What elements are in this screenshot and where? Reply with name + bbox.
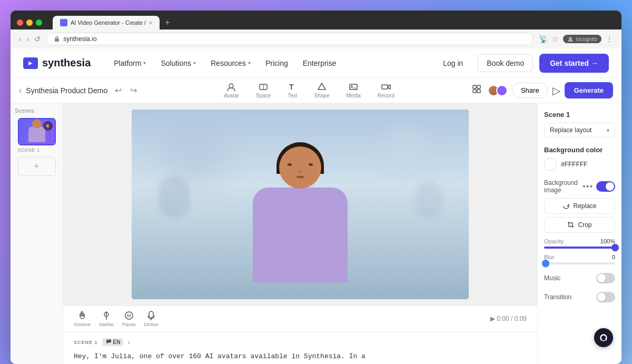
generate-btn[interactable]: Generate	[565, 82, 613, 99]
music-toggle[interactable]	[596, 273, 615, 283]
more-options-icon[interactable]: ⋮	[606, 35, 613, 43]
tab-favicon	[60, 19, 67, 26]
tab-close-btn[interactable]: ×	[149, 19, 152, 26]
scenes-header: Scenes	[11, 107, 63, 114]
url-bar[interactable]: synthesia.io	[46, 33, 534, 45]
layout-icon[interactable]	[470, 82, 483, 99]
editor-toolbar: ‹ Synthesia Product Demo ↩ ↪ Avatar	[11, 78, 621, 103]
maximize-window-btn[interactable]	[36, 19, 42, 26]
bg-blur-circle-2	[384, 125, 427, 168]
bg-image-label: Background image	[544, 179, 582, 194]
nav-actions: Log in Book demo Get started →	[434, 54, 609, 73]
new-tab-btn[interactable]: +	[162, 18, 173, 27]
mouth	[297, 176, 304, 178]
color-swatch[interactable]	[544, 158, 557, 171]
gesture-tool[interactable]: Gesture	[74, 310, 91, 327]
marker-tool[interactable]: Marker	[99, 310, 114, 327]
bg-image-actions: Replace Crop	[544, 198, 615, 233]
svg-rect-10	[473, 85, 476, 88]
share-btn[interactable]: Share	[512, 83, 548, 98]
editor-main: Scenes 🔇	[11, 103, 621, 364]
close-window-btn[interactable]	[17, 19, 23, 26]
tool-media[interactable]: Media	[342, 80, 364, 101]
tool-text[interactable]: T Text	[283, 80, 301, 101]
bookmark-icon[interactable]: ☆	[552, 35, 559, 43]
space-icon	[259, 82, 268, 92]
mute-icon[interactable]: 🔇	[43, 121, 53, 131]
scene-1-thumb-wrapper[interactable]: 🔇 SCENE 1	[18, 118, 56, 153]
diction-tool[interactable]: Diction	[144, 310, 159, 327]
eye-left	[288, 163, 292, 166]
bg-image-row: Background image •••	[544, 179, 615, 194]
blur-value: 0	[612, 254, 615, 260]
script-text[interactable]: Hey, I'm Julia, one of over 160 AI avata…	[74, 350, 527, 364]
logo[interactable]: synthesia	[23, 57, 91, 69]
person-head	[279, 146, 321, 189]
opacity-slider-track[interactable]	[544, 247, 615, 249]
tool-shape[interactable]: Shape	[310, 80, 334, 101]
replace-icon	[562, 202, 570, 210]
minimize-window-btn[interactable]	[26, 19, 33, 26]
pause-icon	[124, 310, 134, 321]
active-tab[interactable]: AI Video Generator - Create / ×	[53, 16, 160, 29]
svg-rect-11	[477, 85, 480, 88]
bg-image-toggle[interactable]	[596, 181, 615, 192]
nav-enterprise[interactable]: Enterprise	[297, 55, 343, 72]
text-icon: T	[288, 82, 297, 92]
cast-icon: 📡	[539, 35, 548, 43]
get-started-btn[interactable]: Get started →	[539, 54, 609, 73]
scene-badge: SCENE 1	[74, 340, 98, 345]
playback-tools: Gesture Marker	[74, 310, 159, 327]
lang-badge: 🏴 EN	[102, 338, 124, 346]
app-content: synthesia Platform▾ Solutions▾ Resources…	[11, 48, 621, 364]
color-hex-value[interactable]: #FFFFFF	[561, 161, 588, 168]
svg-rect-9	[382, 85, 388, 89]
scene-title: Scene 1	[544, 111, 615, 119]
undo-btn[interactable]: ↩	[112, 83, 125, 97]
bg-color-row: #FFFFFF	[544, 158, 615, 171]
layout-dropdown[interactable]: Replace layout ▾	[544, 123, 615, 137]
main-avatar	[242, 146, 358, 299]
tool-avatar[interactable]: Avatar	[220, 80, 243, 101]
bg-image-menu-btn[interactable]: •••	[582, 182, 593, 191]
nav-solutions[interactable]: Solutions▾	[154, 55, 202, 72]
forward-btn[interactable]: ›	[27, 35, 29, 43]
headset-icon	[599, 333, 608, 342]
play-preview-btn[interactable]: ▷	[552, 84, 560, 97]
pause-tool[interactable]: Pause	[122, 310, 136, 327]
url-text: synthesia.io	[63, 35, 96, 43]
scene-1-thumbnail[interactable]: 🔇	[18, 118, 56, 145]
redo-btn[interactable]: ↪	[127, 83, 140, 97]
bg-image-section: Background image •••	[544, 179, 615, 264]
nav-platform[interactable]: Platform▾	[107, 55, 152, 72]
back-btn[interactable]: ‹	[19, 35, 22, 43]
opacity-slider-row: Opacity 100%	[544, 238, 615, 249]
music-section: Music	[544, 273, 615, 283]
add-scene-btn[interactable]: +	[18, 157, 56, 176]
replace-btn[interactable]: Replace	[544, 198, 615, 214]
undo-redo-group: ↩ ↪	[112, 83, 140, 97]
login-btn[interactable]: Log in	[434, 55, 471, 72]
blur-thumb[interactable]	[542, 260, 549, 267]
avatar-2	[496, 85, 508, 96]
nav-resources[interactable]: Resources▾	[204, 55, 257, 72]
transition-toggle[interactable]	[596, 292, 615, 302]
book-demo-btn[interactable]: Book demo	[478, 54, 533, 72]
help-btn[interactable]	[594, 328, 613, 347]
bg-blur-circle-1	[163, 120, 226, 183]
refresh-btn[interactable]: ↺	[34, 35, 41, 43]
back-to-projects-btn[interactable]: ‹	[19, 86, 22, 95]
logo-text: synthesia	[42, 57, 91, 69]
opacity-value: 100%	[600, 238, 615, 244]
tool-space[interactable]: Space	[252, 80, 275, 101]
scene-1-label: SCENE 1	[18, 147, 56, 153]
crop-btn[interactable]: Crop	[544, 217, 615, 233]
expand-script-btn[interactable]: ›	[127, 339, 130, 346]
nav-pricing[interactable]: Pricing	[259, 55, 294, 72]
opacity-fill	[544, 247, 615, 249]
opacity-thumb[interactable]	[611, 244, 619, 251]
address-bar-area: ‹ › ↺ synthesia.io 📡 ☆ Incognito	[11, 29, 621, 48]
tool-record[interactable]: Record	[373, 80, 399, 101]
bg-color-section: Background color #FFFFFF	[544, 146, 615, 171]
blur-slider-track[interactable]	[544, 262, 615, 264]
